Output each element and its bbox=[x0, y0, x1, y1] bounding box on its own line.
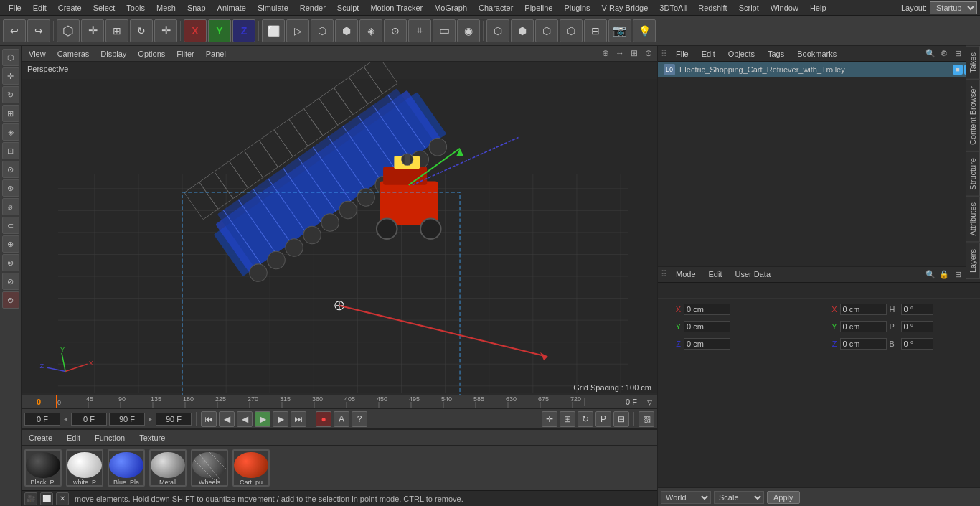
sidebar-rotate-btn[interactable]: ↻ bbox=[2, 86, 19, 103]
transport-play[interactable]: ▶ bbox=[255, 411, 270, 427]
menu-vray[interactable]: V-Ray Bridge bbox=[596, 2, 654, 14]
vp-menu-filter[interactable]: Filter bbox=[172, 48, 198, 60]
view-tool-6[interactable]: 📷 bbox=[608, 19, 631, 42]
material-cart[interactable]: Cart_pu bbox=[232, 449, 270, 487]
move-tool-button[interactable]: ✛ bbox=[81, 19, 104, 42]
materials-function-menu[interactable]: Function bbox=[90, 432, 129, 444]
sidebar-special-btn[interactable]: ⊜ bbox=[2, 291, 19, 309]
sidebar-edge-btn[interactable]: ⊡ bbox=[2, 142, 19, 159]
viewport-container[interactable]: View Cameras Display Options Filter Pane… bbox=[22, 46, 657, 395]
vp-icon-1[interactable]: ⊕ bbox=[600, 47, 611, 59]
attr-y-size-field[interactable] bbox=[840, 321, 887, 332]
om-objects-menu[interactable]: Objects bbox=[724, 48, 759, 60]
menu-redshift[interactable]: Redshift bbox=[692, 2, 732, 14]
transport-play-reverse[interactable]: ◀ bbox=[237, 411, 253, 427]
transport-film-strip[interactable]: ▨ bbox=[639, 411, 654, 427]
timeline-expand-btn[interactable]: ▿ bbox=[641, 396, 657, 408]
obj-tool-5[interactable]: ◈ bbox=[359, 19, 382, 42]
attr-p-field[interactable] bbox=[901, 321, 933, 332]
undo-button[interactable]: ↩ bbox=[3, 19, 26, 42]
vtab-attributes[interactable]: Attributes bbox=[966, 196, 980, 242]
sidebar-move-btn[interactable]: ✛ bbox=[2, 67, 19, 85]
obj-tool-3[interactable]: ⬡ bbox=[311, 19, 334, 42]
menu-3dtoall[interactable]: 3DToAll bbox=[654, 2, 692, 14]
vtab-content-browser[interactable]: Content Browser bbox=[966, 80, 980, 151]
sidebar-bridge-btn[interactable]: ⊂ bbox=[2, 217, 19, 234]
materials-texture-menu[interactable]: Texture bbox=[135, 432, 169, 444]
rotate-tool-button[interactable]: ↻ bbox=[130, 19, 153, 42]
menu-mograph[interactable]: MoGraph bbox=[428, 2, 473, 14]
view-tool-1[interactable]: ⬡ bbox=[486, 19, 509, 42]
attr-z-size-field[interactable] bbox=[840, 338, 887, 350]
material-blue[interactable]: Blue_Pla bbox=[108, 449, 145, 487]
transport-current-field[interactable] bbox=[71, 413, 107, 426]
view-tool-3[interactable]: ⬡ bbox=[535, 19, 558, 42]
vp-menu-options[interactable]: Options bbox=[133, 48, 169, 60]
menu-create[interactable]: Create bbox=[52, 2, 88, 14]
attr-lock-icon[interactable]: 🔒 bbox=[938, 268, 950, 280]
material-white[interactable]: white_P bbox=[66, 449, 103, 487]
transport-to-start[interactable]: ⏮ bbox=[201, 411, 217, 427]
transport-record-key[interactable]: P bbox=[595, 411, 611, 427]
attr-maximize-icon[interactable]: ⊞ bbox=[952, 268, 963, 280]
materials-edit-menu[interactable]: Edit bbox=[62, 432, 85, 444]
menu-window[interactable]: Window bbox=[765, 2, 804, 14]
menu-snap[interactable]: Snap bbox=[182, 2, 212, 14]
sidebar-paint-btn[interactable]: ⊕ bbox=[2, 235, 19, 253]
sidebar-obj-btn[interactable]: ⊛ bbox=[2, 179, 19, 197]
transport-auto-key[interactable]: A bbox=[334, 411, 349, 427]
om-tags-menu[interactable]: Tags bbox=[763, 48, 788, 60]
select-tool-button[interactable]: ⬡ bbox=[57, 19, 80, 42]
status-icon-2[interactable]: ⬜ bbox=[40, 492, 53, 505]
menu-sculpt[interactable]: Sculpt bbox=[331, 2, 365, 14]
material-metal[interactable]: Metall bbox=[149, 449, 187, 487]
menu-help[interactable]: Help bbox=[804, 2, 832, 14]
attr-x-size-field[interactable] bbox=[840, 304, 887, 315]
menu-file[interactable]: File bbox=[3, 2, 27, 14]
menu-pipeline[interactable]: Pipeline bbox=[519, 2, 558, 14]
vtab-layers[interactable]: Layers bbox=[966, 243, 980, 279]
transport-help[interactable]: ? bbox=[352, 411, 367, 427]
transport-next-frame[interactable]: ▶ bbox=[273, 411, 288, 427]
transport-chevron-right[interactable]: ▸ bbox=[147, 415, 154, 423]
vp-icon-2[interactable]: ↔ bbox=[614, 47, 626, 59]
transport-chevron-left[interactable]: ◂ bbox=[62, 415, 69, 423]
obj-tool-9[interactable]: ◉ bbox=[457, 19, 480, 42]
obj-tool-4[interactable]: ⬢ bbox=[335, 19, 358, 42]
sidebar-knife-btn[interactable]: ⌀ bbox=[2, 198, 19, 215]
coord-system-select[interactable]: World bbox=[661, 491, 711, 504]
attr-h-field[interactable] bbox=[901, 304, 933, 315]
viewport-canvas[interactable]: X Y Z bbox=[22, 62, 657, 395]
attr-y-pos-field[interactable] bbox=[684, 321, 730, 332]
attr-x-pos-field[interactable] bbox=[684, 304, 730, 315]
badge-vis[interactable]: ■ bbox=[953, 65, 963, 75]
transport-total-field[interactable] bbox=[156, 413, 192, 426]
vp-menu-cameras[interactable]: Cameras bbox=[53, 48, 94, 60]
obj-tool-1[interactable]: ⬜ bbox=[262, 19, 285, 42]
view-tool-5[interactable]: ⊟ bbox=[584, 19, 607, 42]
vp-menu-panel[interactable]: Panel bbox=[202, 48, 230, 60]
menu-motion-tracker[interactable]: Motion Tracker bbox=[364, 2, 428, 14]
sidebar-sculpt-btn[interactable]: ⊘ bbox=[2, 273, 19, 290]
menu-script[interactable]: Script bbox=[733, 2, 765, 14]
redo-button[interactable]: ↪ bbox=[27, 19, 50, 42]
vp-menu-display[interactable]: Display bbox=[96, 48, 131, 60]
transform-mode-select[interactable]: Scale bbox=[714, 491, 764, 504]
sidebar-point-btn[interactable]: ⊙ bbox=[2, 161, 19, 178]
material-wheels[interactable]: Wheels bbox=[191, 449, 228, 487]
om-bookmarks-menu[interactable]: Bookmarks bbox=[793, 48, 841, 60]
view-tool-7[interactable]: 💡 bbox=[633, 19, 656, 42]
menu-tools[interactable]: Tools bbox=[121, 2, 151, 14]
attr-mode-menu[interactable]: Mode bbox=[672, 268, 700, 280]
om-file-menu[interactable]: File bbox=[672, 48, 693, 60]
panel-settings-icon[interactable]: ⚙ bbox=[938, 48, 950, 60]
panel-maximize-icon[interactable]: ⊞ bbox=[952, 48, 963, 60]
view-tool-4[interactable]: ⬡ bbox=[560, 19, 583, 42]
status-icon-3[interactable]: ✕ bbox=[56, 492, 69, 505]
menu-render[interactable]: Render bbox=[294, 2, 331, 14]
transport-end-field[interactable] bbox=[109, 413, 145, 426]
transport-grid-key[interactable]: ⊟ bbox=[613, 411, 629, 427]
layout-select[interactable]: Startup bbox=[930, 1, 977, 14]
menu-mesh[interactable]: Mesh bbox=[151, 2, 182, 14]
menu-simulate[interactable]: Simulate bbox=[252, 2, 294, 14]
